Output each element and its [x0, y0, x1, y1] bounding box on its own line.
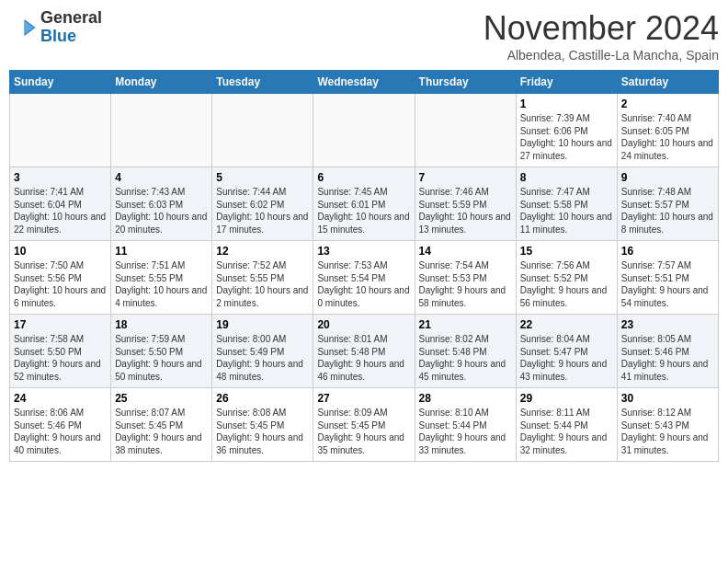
day-info: Sunrise: 7:45 AM Sunset: 6:01 PM Dayligh…: [317, 186, 410, 236]
day-number: 24: [14, 392, 107, 405]
day-info: Sunrise: 8:00 AM Sunset: 5:49 PM Dayligh…: [216, 333, 309, 383]
calendar-cell: [10, 94, 111, 167]
month-title: November 2024: [483, 9, 719, 48]
calendar-week-row: 3Sunrise: 7:41 AM Sunset: 6:04 PM Daylig…: [10, 167, 719, 241]
calendar-cell: [111, 94, 212, 167]
day-number: 2: [621, 98, 714, 110]
day-info: Sunrise: 8:12 AM Sunset: 5:43 PM Dayligh…: [621, 407, 714, 456]
day-header-wednesday: Wednesday: [313, 71, 415, 94]
day-number: 13: [317, 245, 410, 258]
calendar-cell: 2Sunrise: 7:40 AM Sunset: 6:05 PM Daylig…: [617, 94, 718, 167]
day-header-saturday: Saturday: [617, 71, 718, 94]
calendar-cell: [415, 94, 516, 167]
calendar-cell: [212, 94, 313, 167]
calendar-cell: 14Sunrise: 7:54 AM Sunset: 5:53 PM Dayli…: [415, 241, 516, 315]
calendar-cell: 18Sunrise: 7:59 AM Sunset: 5:50 PM Dayli…: [111, 315, 212, 388]
calendar-cell: 24Sunrise: 8:06 AM Sunset: 5:46 PM Dayli…: [10, 388, 111, 462]
day-info: Sunrise: 8:04 AM Sunset: 5:47 PM Dayligh…: [520, 333, 613, 383]
calendar-cell: 25Sunrise: 8:07 AM Sunset: 5:45 PM Dayli…: [111, 388, 212, 462]
calendar: SundayMondayTuesdayWednesdayThursdayFrid…: [9, 70, 719, 462]
calendar-cell: 11Sunrise: 7:51 AM Sunset: 5:55 PM Dayli…: [111, 241, 212, 315]
page-header: General Blue November 2024 Albendea, Cas…: [9, 9, 719, 63]
day-info: Sunrise: 8:06 AM Sunset: 5:46 PM Dayligh…: [14, 407, 107, 456]
day-info: Sunrise: 7:40 AM Sunset: 6:05 PM Dayligh…: [621, 112, 714, 162]
day-number: 10: [14, 245, 107, 258]
calendar-cell: 29Sunrise: 8:11 AM Sunset: 5:44 PM Dayli…: [516, 388, 617, 462]
day-info: Sunrise: 8:10 AM Sunset: 5:44 PM Dayligh…: [419, 407, 512, 456]
day-header-friday: Friday: [516, 71, 617, 94]
day-info: Sunrise: 7:52 AM Sunset: 5:55 PM Dayligh…: [216, 259, 309, 309]
day-number: 30: [621, 392, 714, 405]
calendar-cell: 30Sunrise: 8:12 AM Sunset: 5:43 PM Dayli…: [617, 388, 718, 462]
day-info: Sunrise: 7:48 AM Sunset: 5:57 PM Dayligh…: [621, 186, 714, 236]
calendar-week-row: 1Sunrise: 7:39 AM Sunset: 6:06 PM Daylig…: [10, 94, 719, 167]
day-number: 23: [621, 318, 714, 331]
day-info: Sunrise: 7:39 AM Sunset: 6:06 PM Dayligh…: [520, 112, 613, 162]
calendar-cell: 23Sunrise: 8:05 AM Sunset: 5:46 PM Dayli…: [617, 315, 718, 388]
day-info: Sunrise: 7:46 AM Sunset: 5:59 PM Dayligh…: [419, 186, 512, 236]
day-header-tuesday: Tuesday: [212, 71, 313, 94]
calendar-cell: 9Sunrise: 7:48 AM Sunset: 5:57 PM Daylig…: [617, 167, 718, 241]
day-info: Sunrise: 7:57 AM Sunset: 5:51 PM Dayligh…: [621, 259, 714, 309]
day-number: 12: [216, 245, 309, 258]
day-number: 25: [115, 392, 208, 405]
calendar-week-row: 17Sunrise: 7:58 AM Sunset: 5:50 PM Dayli…: [10, 315, 719, 388]
day-number: 22: [520, 318, 613, 331]
logo-icon: [9, 14, 37, 41]
calendar-cell: 28Sunrise: 8:10 AM Sunset: 5:44 PM Dayli…: [415, 388, 516, 462]
day-number: 19: [216, 318, 309, 331]
day-info: Sunrise: 7:53 AM Sunset: 5:54 PM Dayligh…: [317, 259, 410, 309]
day-info: Sunrise: 8:02 AM Sunset: 5:48 PM Dayligh…: [419, 333, 512, 383]
day-number: 15: [520, 245, 613, 258]
day-number: 1: [520, 98, 613, 110]
day-info: Sunrise: 7:59 AM Sunset: 5:50 PM Dayligh…: [115, 333, 208, 383]
calendar-cell: 19Sunrise: 8:00 AM Sunset: 5:49 PM Dayli…: [212, 315, 313, 388]
svg-marker-1: [25, 20, 35, 34]
day-info: Sunrise: 7:54 AM Sunset: 5:53 PM Dayligh…: [419, 259, 512, 309]
calendar-cell: 6Sunrise: 7:45 AM Sunset: 6:01 PM Daylig…: [313, 167, 415, 241]
calendar-cell: 16Sunrise: 7:57 AM Sunset: 5:51 PM Dayli…: [617, 241, 718, 315]
location: Albendea, Castille-La Mancha, Spain: [483, 48, 719, 63]
day-header-sunday: Sunday: [10, 71, 111, 94]
calendar-week-row: 10Sunrise: 7:50 AM Sunset: 5:56 PM Dayli…: [10, 241, 719, 315]
calendar-cell: 17Sunrise: 7:58 AM Sunset: 5:50 PM Dayli…: [10, 315, 111, 388]
day-info: Sunrise: 7:56 AM Sunset: 5:52 PM Dayligh…: [520, 259, 613, 309]
day-info: Sunrise: 8:08 AM Sunset: 5:45 PM Dayligh…: [216, 407, 309, 456]
day-info: Sunrise: 7:44 AM Sunset: 6:02 PM Dayligh…: [216, 186, 309, 236]
day-number: 18: [115, 318, 208, 331]
day-header-thursday: Thursday: [415, 71, 516, 94]
day-header-monday: Monday: [111, 71, 212, 94]
calendar-cell: [313, 94, 415, 167]
day-info: Sunrise: 8:05 AM Sunset: 5:46 PM Dayligh…: [621, 333, 714, 383]
day-number: 5: [216, 171, 309, 184]
day-number: 14: [419, 245, 512, 258]
calendar-cell: 26Sunrise: 8:08 AM Sunset: 5:45 PM Dayli…: [212, 388, 313, 462]
day-number: 16: [621, 245, 714, 258]
calendar-cell: 3Sunrise: 7:41 AM Sunset: 6:04 PM Daylig…: [10, 167, 111, 241]
day-number: 3: [14, 171, 107, 184]
day-number: 21: [419, 318, 512, 331]
calendar-cell: 21Sunrise: 8:02 AM Sunset: 5:48 PM Dayli…: [415, 315, 516, 388]
calendar-week-row: 24Sunrise: 8:06 AM Sunset: 5:46 PM Dayli…: [10, 388, 719, 462]
day-info: Sunrise: 7:47 AM Sunset: 5:58 PM Dayligh…: [520, 186, 613, 236]
day-number: 27: [317, 392, 410, 405]
logo-text: General Blue: [40, 9, 102, 46]
day-info: Sunrise: 8:01 AM Sunset: 5:48 PM Dayligh…: [317, 333, 410, 383]
calendar-cell: 15Sunrise: 7:56 AM Sunset: 5:52 PM Dayli…: [516, 241, 617, 315]
calendar-cell: 13Sunrise: 7:53 AM Sunset: 5:54 PM Dayli…: [313, 241, 415, 315]
day-number: 28: [419, 392, 512, 405]
calendar-cell: 10Sunrise: 7:50 AM Sunset: 5:56 PM Dayli…: [10, 241, 111, 315]
day-info: Sunrise: 7:50 AM Sunset: 5:56 PM Dayligh…: [14, 259, 107, 309]
day-info: Sunrise: 8:11 AM Sunset: 5:44 PM Dayligh…: [520, 407, 613, 456]
day-number: 8: [520, 171, 613, 184]
calendar-cell: 7Sunrise: 7:46 AM Sunset: 5:59 PM Daylig…: [415, 167, 516, 241]
day-info: Sunrise: 7:43 AM Sunset: 6:03 PM Dayligh…: [115, 186, 208, 236]
calendar-cell: 8Sunrise: 7:47 AM Sunset: 5:58 PM Daylig…: [516, 167, 617, 241]
calendar-cell: 5Sunrise: 7:44 AM Sunset: 6:02 PM Daylig…: [212, 167, 313, 241]
day-info: Sunrise: 7:41 AM Sunset: 6:04 PM Dayligh…: [14, 186, 107, 236]
calendar-cell: 1Sunrise: 7:39 AM Sunset: 6:06 PM Daylig…: [516, 94, 617, 167]
day-number: 20: [317, 318, 410, 331]
day-number: 17: [14, 318, 107, 331]
day-info: Sunrise: 7:58 AM Sunset: 5:50 PM Dayligh…: [14, 333, 107, 383]
day-number: 11: [115, 245, 208, 258]
